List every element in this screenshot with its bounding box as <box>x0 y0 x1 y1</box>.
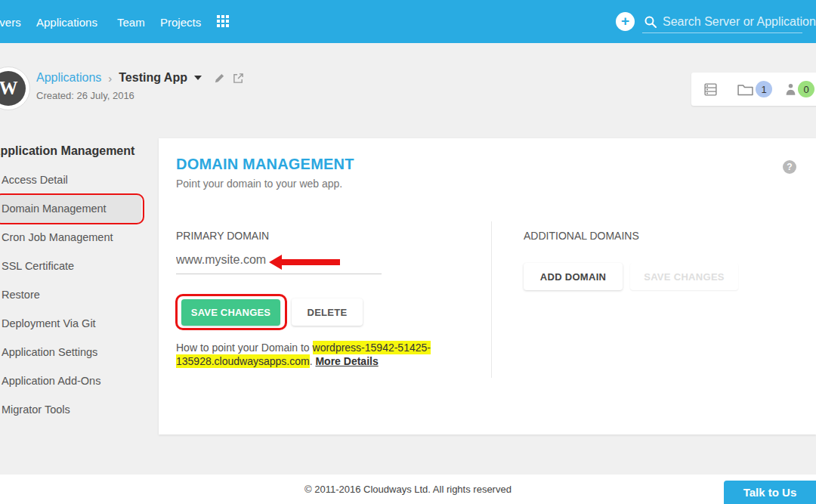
footer: © 2011-2016 Cloudways Ltd. All rights re… <box>0 475 816 504</box>
external-link-icon[interactable] <box>233 73 244 84</box>
sidebar-item-domain-management[interactable]: Domain Management <box>0 194 141 223</box>
search-icon <box>644 15 657 29</box>
projects-folder-icon[interactable] <box>737 83 753 96</box>
domain-pointing-help-text: How to point your Domain to wordpress-15… <box>176 341 447 368</box>
breadcrumb-applications-link[interactable]: Applications <box>36 71 101 85</box>
search-input[interactable] <box>663 15 816 29</box>
edit-pencil-icon[interactable] <box>214 73 225 84</box>
section-divider <box>491 221 492 378</box>
breadcrumb: Applications › Testing App <box>36 71 244 85</box>
nav-item-projects[interactable]: Projects <box>160 15 201 28</box>
chevron-down-icon[interactable] <box>194 76 202 80</box>
sidebar-heading: Application Management <box>0 144 134 158</box>
page-subtitle: Point your domain to your web app. <box>176 178 342 190</box>
apps-grid-icon[interactable] <box>217 15 230 29</box>
created-date: Created: 26 July, 2016 <box>36 90 134 101</box>
cloudways-console: Servers Applications Team Projects + W A… <box>0 0 816 504</box>
talk-to-us-button[interactable]: Talk to Us <box>724 481 816 504</box>
primary-domain-label: PRIMARY DOMAIN <box>176 230 269 242</box>
wordpress-app-logo: W <box>0 66 30 110</box>
search-bar <box>642 11 802 33</box>
breadcrumb-current-app[interactable]: Testing App <box>119 71 187 85</box>
delete-button[interactable]: DELETE <box>292 298 363 326</box>
sidebar-menu: Access Detail Domain Management Cron Job… <box>0 165 151 424</box>
additional-domains-label: ADDITIONAL DOMAINS <box>524 230 639 242</box>
nav-item-servers[interactable]: Servers <box>0 15 21 28</box>
breadcrumb-separator: › <box>108 72 112 85</box>
more-details-link[interactable]: More Details <box>315 355 378 367</box>
domain-management-panel: DOMAIN MANAGEMENT Point your domain to y… <box>159 138 816 434</box>
help-text-prefix: How to point your Domain to <box>176 342 313 354</box>
sidebar-item-access-detail[interactable]: Access Detail <box>0 165 151 194</box>
page-title: DOMAIN MANAGEMENT <box>176 156 354 173</box>
nav-item-applications[interactable]: Applications <box>36 15 97 28</box>
sidebar-item-application-add-ons[interactable]: Application Add-Ons <box>0 366 151 395</box>
wordpress-logo-letter: W <box>0 71 26 106</box>
sidebar-item-restore[interactable]: Restore <box>0 280 151 309</box>
help-icon[interactable]: ? <box>783 160 796 174</box>
header-icon-box: 1 0 <box>691 73 816 106</box>
server-rack-icon[interactable] <box>703 82 718 97</box>
projects-count-badge[interactable]: 1 <box>756 81 772 97</box>
save-changes-button[interactable]: SAVE CHANGES <box>181 299 280 326</box>
sidebar-item-deployment-via-git[interactable]: Deployment Via Git <box>0 309 151 338</box>
primary-domain-input[interactable] <box>176 250 382 274</box>
sidebar-item-application-settings[interactable]: Application Settings <box>0 338 151 366</box>
sidebar-item-cron-job-management[interactable]: Cron Job Management <box>0 223 151 252</box>
sidebar-item-migrator-tools[interactable]: Migrator Tools <box>0 395 151 424</box>
team-member-icon[interactable] <box>785 83 796 96</box>
add-new-icon[interactable]: + <box>616 12 635 31</box>
sidebar-item-ssl-certificate[interactable]: SSL Certificate <box>0 252 151 280</box>
top-navbar: Servers Applications Team Projects + <box>0 0 816 43</box>
team-count-badge[interactable]: 0 <box>798 81 814 97</box>
nav-item-team[interactable]: Team <box>117 15 145 28</box>
add-domain-button[interactable]: ADD DOMAIN <box>524 263 623 290</box>
copyright-text: © 2011-2016 Cloudways Ltd. All rights re… <box>0 475 816 504</box>
save-changes-disabled-button[interactable]: SAVE CHANGES <box>630 263 738 290</box>
